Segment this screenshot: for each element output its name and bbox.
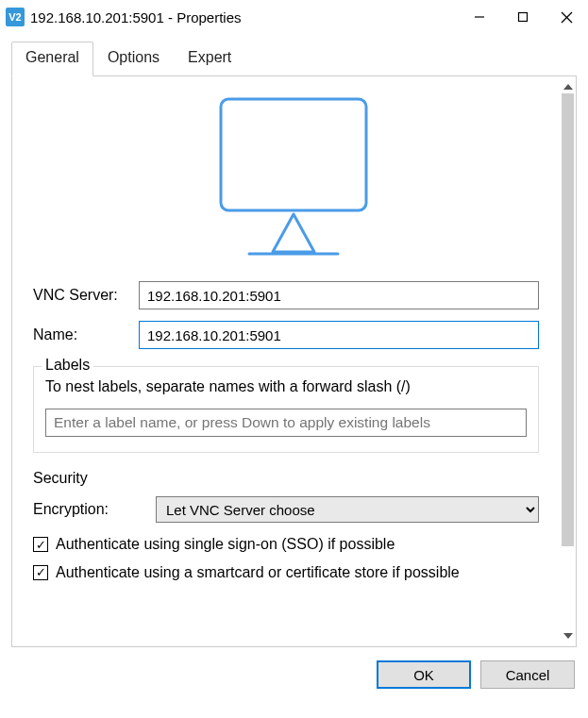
tab-options[interactable]: Options: [93, 42, 174, 75]
svg-marker-8: [563, 633, 573, 639]
scroll-down-icon[interactable]: [560, 629, 576, 643]
sso-checkbox[interactable]: [33, 537, 48, 552]
labels-input[interactable]: [45, 409, 527, 437]
labels-legend: Labels: [42, 357, 93, 374]
minimize-button[interactable]: [458, 0, 501, 34]
vnc-server-input[interactable]: [139, 281, 539, 309]
tab-expert[interactable]: Expert: [174, 42, 245, 75]
svg-rect-4: [221, 99, 366, 210]
tabs-bar: General Options Expert: [0, 34, 588, 76]
window-title: 192.168.10.201:5901 - Properties: [30, 9, 458, 25]
encryption-label: Encryption:: [33, 501, 156, 518]
monitor-illustration: [33, 93, 554, 259]
scroll-thumb[interactable]: [562, 93, 574, 546]
dialog-button-bar: OK Cancel: [0, 653, 588, 698]
svg-marker-7: [563, 84, 573, 90]
name-input[interactable]: [139, 321, 539, 349]
close-button[interactable]: [545, 0, 588, 34]
name-label: Name:: [33, 326, 139, 343]
cancel-button[interactable]: Cancel: [480, 660, 575, 689]
security-legend: Security: [33, 470, 554, 487]
titlebar: V2 192.168.10.201:5901 - Properties: [0, 0, 588, 34]
labels-fieldset: Labels To nest labels, separate names wi…: [33, 366, 539, 453]
labels-hint: To nest labels, separate names with a fo…: [45, 376, 527, 397]
scroll-track[interactable]: [560, 93, 576, 629]
smartcard-checkbox[interactable]: [33, 565, 48, 580]
smartcard-checkbox-label: Authenticate using a smartcard or certif…: [56, 562, 554, 583]
vnc-server-label: VNC Server:: [33, 287, 139, 304]
tab-general[interactable]: General: [11, 42, 93, 76]
svg-rect-1: [519, 13, 528, 22]
maximize-button[interactable]: [501, 0, 545, 34]
app-icon: V2: [6, 8, 25, 26]
sso-checkbox-label: Authenticate using single sign-on (SSO) …: [56, 534, 554, 555]
vertical-scrollbar[interactable]: [560, 76, 576, 646]
scroll-up-icon[interactable]: [560, 80, 576, 93]
encryption-select[interactable]: Let VNC Server choose: [156, 496, 539, 523]
svg-marker-5: [273, 214, 314, 252]
ok-button[interactable]: OK: [377, 660, 471, 689]
tab-panel-general: VNC Server: Name: Labels To nest labels,…: [11, 76, 577, 647]
